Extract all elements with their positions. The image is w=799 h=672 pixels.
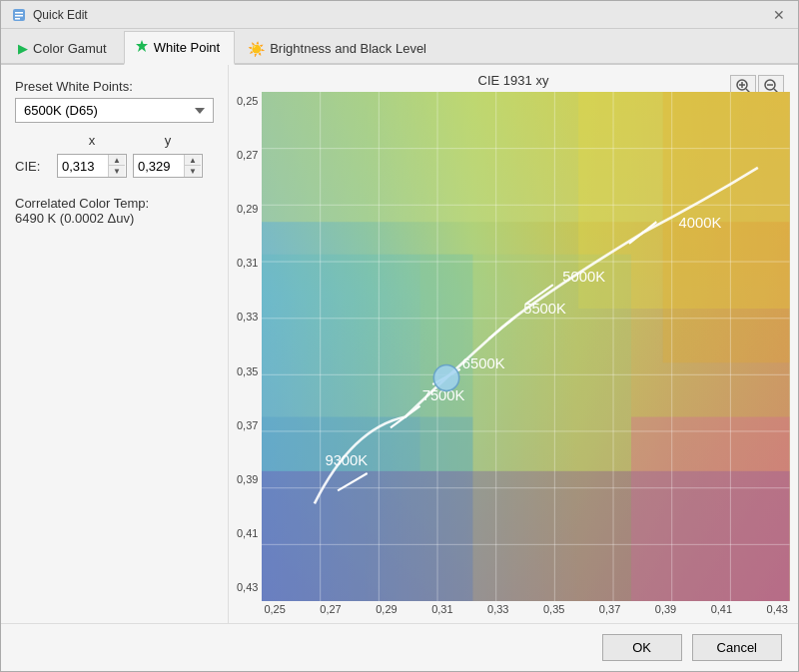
cancel-button[interactable]: Cancel <box>692 634 782 661</box>
x-tick: 0,31 <box>431 603 452 615</box>
svg-rect-20 <box>631 417 790 601</box>
x-up-arrow[interactable]: ▲ <box>109 155 125 166</box>
x-down-arrow[interactable]: ▼ <box>109 166 125 177</box>
svg-text:5500K: 5500K <box>524 300 567 317</box>
x-tick: 0,33 <box>487 603 508 615</box>
svg-text:9300K: 9300K <box>326 451 369 468</box>
white-point-icon <box>135 39 149 56</box>
svg-point-51 <box>434 364 459 390</box>
svg-rect-2 <box>15 15 23 17</box>
cie-chart-container[interactable]: 4000K 5000K 5500K 6500K 7500K 9300K <box>262 92 790 601</box>
x-spinbox: ▲ ▼ <box>57 154 127 178</box>
svg-rect-22 <box>420 255 631 471</box>
x-axis: 0,25 0,27 0,29 0,31 0,33 0,35 0,37 0,39 … <box>262 603 790 615</box>
chart-area: CIE 1931 xy <box>229 65 798 623</box>
window-title: Quick Edit <box>33 8 88 22</box>
x-tick: 0,25 <box>264 603 285 615</box>
tab-brightness[interactable]: ☀️ Brightness and Black Level <box>237 31 441 65</box>
cie-chart-svg: 4000K 5000K 5500K 6500K 7500K 9300K <box>262 92 790 601</box>
y-axis: 0,43 0,41 0,39 0,37 0,35 0,33 0,31 0,29 … <box>237 92 262 615</box>
x-tick: 0,41 <box>711 603 732 615</box>
y-tick: 0,43 <box>237 582 258 593</box>
correlated-label: Correlated Color Temp: <box>15 196 214 211</box>
cie-label: CIE: <box>15 159 51 174</box>
x-tick: 0,37 <box>599 603 620 615</box>
bottom-bar: OK Cancel <box>1 623 798 671</box>
y-tick: 0,31 <box>237 258 258 269</box>
x-tick: 0,43 <box>767 603 788 615</box>
tab-bar: ▶ Color Gamut White Point ☀️ Brightness … <box>1 29 798 65</box>
x-tick: 0,35 <box>543 603 564 615</box>
brightness-icon: ☀️ <box>248 41 265 57</box>
svg-rect-3 <box>15 18 20 20</box>
svg-marker-4 <box>136 40 148 52</box>
svg-text:4000K: 4000K <box>679 213 722 230</box>
svg-text:5000K: 5000K <box>563 268 606 285</box>
y-tick: 0,39 <box>237 474 258 485</box>
preset-label: Preset White Points: <box>15 79 214 94</box>
sidebar: Preset White Points: 6500K (D65) 5000K (… <box>1 65 229 623</box>
y-tick: 0,27 <box>237 150 258 161</box>
y-spinbox: ▲ ▼ <box>133 154 203 178</box>
y-tick: 0,37 <box>237 420 258 431</box>
x-tick: 0,27 <box>320 603 341 615</box>
x-tick: 0,29 <box>376 603 397 615</box>
svg-rect-1 <box>15 12 23 14</box>
y-up-arrow[interactable]: ▲ <box>185 155 201 166</box>
tab-white-point[interactable]: White Point <box>124 31 235 65</box>
x-input[interactable] <box>58 157 108 176</box>
y-tick: 0,25 <box>237 96 258 107</box>
chart-wrapper: 0,43 0,41 0,39 0,37 0,35 0,33 0,31 0,29 … <box>237 92 790 615</box>
correlated-value: 6490 K (0.0002 Δuv) <box>15 211 214 226</box>
x-tick: 0,39 <box>655 603 676 615</box>
y-tick: 0,35 <box>237 366 258 377</box>
y-tick: 0,33 <box>237 312 258 323</box>
color-gamut-icon: ▶ <box>18 41 28 56</box>
y-down-arrow[interactable]: ▼ <box>185 166 201 177</box>
svg-text:6500K: 6500K <box>462 354 505 371</box>
chart-bottom: 4000K 5000K 5500K 6500K 7500K 9300K <box>262 92 790 615</box>
y-tick: 0,29 <box>237 204 258 215</box>
window-icon <box>11 7 27 23</box>
main-window: Quick Edit ✕ ▶ Color Gamut White Point ☀… <box>0 0 799 672</box>
content-area: Preset White Points: 6500K (D65) 5000K (… <box>1 65 798 623</box>
preset-dropdown[interactable]: 6500K (D65) 5000K (D50) 7500K 9300K 4000… <box>15 98 214 123</box>
chart-title: CIE 1931 xy <box>237 73 790 88</box>
y-tick: 0,41 <box>237 528 258 539</box>
ok-button[interactable]: OK <box>602 634 682 661</box>
close-button[interactable]: ✕ <box>770 6 788 24</box>
y-header: y <box>133 133 203 148</box>
tab-color-gamut[interactable]: ▶ Color Gamut <box>7 31 122 65</box>
title-bar: Quick Edit ✕ <box>1 1 798 29</box>
y-input[interactable] <box>134 157 184 176</box>
x-header: x <box>57 133 127 148</box>
